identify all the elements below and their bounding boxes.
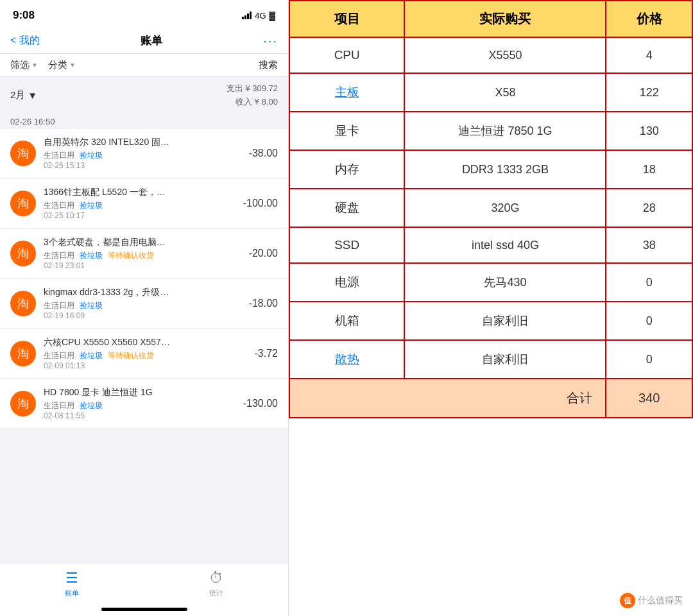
transactions-list: 02-26 16:50 淘 自用英特尔 320 INTEL320 固态硬盘...… [0, 114, 288, 563]
tx-description: kingmax ddr3-1333 2g，升级闲置，1条 [44, 287, 172, 298]
watermark-logo: 值 [620, 593, 635, 608]
tx-time: 02-25 10:17 [44, 211, 235, 220]
income-amount: 收入 ¥ 8.00 [227, 96, 278, 109]
tx-description: 六核CPU X5550 X5560 X5570 E5620... [44, 337, 172, 348]
price-gpu: 130 [606, 112, 692, 150]
tx-info: 六核CPU X5550 X5560 X5570 E5620... 生活日用 捡垃… [44, 337, 247, 370]
month-row: 2月 ▼ 支出 ¥ 309.72 收入 ¥ 8.00 [0, 77, 288, 114]
tx-meta: 生活日用 捡垃圾 [44, 400, 235, 411]
bill-icon: ☰ [65, 570, 78, 586]
category-arrow-icon: ▼ [69, 62, 76, 69]
list-item[interactable]: 淘 HD 7800 显卡 迪兰恒进 1G 生活日用 捡垃圾 02-08 11:5… [0, 379, 288, 429]
tx-info: kingmax ddr3-1333 2g，升级闲置，1条 生活日用 捡垃圾 02… [44, 287, 241, 320]
tx-category: 生活日用 [44, 150, 74, 161]
taobao-icon: 淘 [10, 291, 36, 316]
price-motherboard: 122 [606, 73, 692, 112]
month-stats: 支出 ¥ 309.72 收入 ¥ 8.00 [227, 82, 278, 109]
month-label: 2月 [10, 89, 25, 101]
tx-amount: -3.72 [255, 348, 278, 359]
taobao-icon: 淘 [10, 191, 36, 216]
tx-category: 生活日用 [44, 200, 74, 211]
table-row: 硬盘 320G 28 [289, 189, 692, 227]
item-ram: 内存 [289, 150, 404, 189]
list-item[interactable]: 淘 kingmax ddr3-1333 2g，升级闲置，1条 生活日用 捡垃圾 … [0, 279, 288, 329]
actual-cpu: X5550 [404, 37, 606, 73]
total-label: 合计 [289, 379, 606, 418]
list-item[interactable]: 淘 六核CPU X5550 X5560 X5570 E5620... 生活日用 … [0, 329, 288, 379]
tx-meta: 生活日用 捡垃圾 等待确认收货 [44, 350, 247, 361]
statistics-label: 统计 [209, 588, 223, 598]
tx-description: 自用英特尔 320 INTEL320 固态硬盘... [44, 137, 172, 148]
price-ssd: 38 [606, 227, 692, 263]
month-arrow-icon: ▼ [28, 90, 37, 101]
tx-status: 等待确认收货 [108, 350, 154, 361]
watermark: 值 什么值得买 [620, 593, 683, 608]
total-row: 合计 340 [289, 379, 692, 418]
item-case: 机箱 [289, 302, 404, 340]
more-button[interactable]: ··· [263, 33, 278, 48]
actual-ssd: intel ssd 40G [404, 227, 606, 263]
right-panel: 项目 实际购买 价格 CPU X5550 4 主板 X58 122 显卡 迪兰恒… [289, 0, 693, 616]
tx-description: HD 7800 显卡 迪兰恒进 1G [44, 387, 172, 398]
tx-amount: -130.00 [243, 398, 278, 409]
table-row: 主板 X58 122 [289, 73, 692, 112]
actual-hdd: 320G [404, 189, 606, 227]
price-ram: 18 [606, 150, 692, 189]
taobao-icon: 淘 [10, 341, 36, 366]
bill-label: 账单 [65, 588, 79, 598]
month-selector[interactable]: 2月 ▼ [10, 89, 37, 101]
tx-meta: 生活日用 捡垃圾 [44, 150, 241, 161]
tx-tag: 捡垃圾 [80, 200, 103, 211]
tx-info: HD 7800 显卡 迪兰恒进 1G 生活日用 捡垃圾 02-08 11:55 [44, 387, 235, 420]
list-item[interactable]: 淘 1366针主板配 L5520 一套，前兄弟... 生活日用 捡垃圾 02-2… [0, 179, 288, 228]
header-item: 项目 [289, 1, 404, 37]
table-row: 散热 自家利旧 0 [289, 340, 692, 379]
tx-info: 3个老式硬盘，都是自用电脑拆机而来， 生活日用 捡垃圾 等待确认收货 02-19… [44, 237, 241, 270]
header-price: 价格 [606, 1, 692, 37]
item-motherboard[interactable]: 主板 [289, 73, 404, 112]
home-indicator [101, 608, 187, 611]
actual-motherboard: X58 [404, 73, 606, 112]
filter-arrow-icon: ▼ [31, 62, 38, 69]
network-type: 4G [255, 11, 266, 21]
tx-meta: 生活日用 捡垃圾 [44, 200, 235, 211]
left-panel: 9:08 4G ▓ < 我的 账单 ··· 筛选 ▼ 分类 ▼ [0, 0, 289, 616]
actual-gpu: 迪兰恒进 7850 1G [404, 112, 606, 150]
tx-amount: -100.00 [243, 198, 278, 209]
item-cooler[interactable]: 散热 [289, 340, 404, 379]
battery-icon: ▓ [270, 11, 275, 21]
tx-tag: 捡垃圾 [80, 350, 103, 361]
price-case: 0 [606, 302, 692, 340]
tx-category: 生活日用 [44, 350, 74, 361]
search-button[interactable]: 搜索 [259, 59, 278, 71]
filter-button[interactable]: 筛选 ▼ [10, 59, 38, 71]
tx-time: 02-19 23:01 [44, 261, 241, 270]
tx-amount: -38.00 [249, 148, 278, 159]
tx-time: 02-26 15:13 [44, 161, 241, 170]
table-row: 显卡 迪兰恒进 7850 1G 130 [289, 112, 692, 150]
total-value: 340 [606, 379, 692, 418]
actual-case: 自家利旧 [404, 302, 606, 340]
price-psu: 0 [606, 263, 692, 302]
watermark-text: 什么值得买 [638, 595, 683, 606]
price-hdd: 28 [606, 189, 692, 227]
tx-description: 3个老式硬盘，都是自用电脑拆机而来， [44, 237, 172, 248]
table-row: SSD intel ssd 40G 38 [289, 227, 692, 263]
item-gpu: 显卡 [289, 112, 404, 150]
tx-info: 自用英特尔 320 INTEL320 固态硬盘... 生活日用 捡垃圾 02-2… [44, 137, 241, 170]
tab-statistics[interactable]: ⏱ 统计 [144, 570, 289, 598]
tx-category: 生活日用 [44, 300, 74, 311]
tab-bill[interactable]: ☰ 账单 [0, 570, 144, 598]
expense-amount: 支出 ¥ 309.72 [227, 82, 278, 96]
tx-category: 生活日用 [44, 400, 74, 411]
status-bar: 9:08 4G ▓ [0, 0, 288, 28]
item-ssd: SSD [289, 227, 404, 263]
taobao-icon: 淘 [10, 391, 36, 416]
back-button[interactable]: < 我的 [10, 34, 40, 47]
category-button[interactable]: 分类 ▼ [48, 59, 76, 71]
list-item[interactable]: 淘 自用英特尔 320 INTEL320 固态硬盘... 生活日用 捡垃圾 02… [0, 129, 288, 178]
tx-category: 生活日用 [44, 250, 74, 261]
list-item[interactable]: 淘 3个老式硬盘，都是自用电脑拆机而来， 生活日用 捡垃圾 等待确认收货 02-… [0, 229, 288, 278]
price-cpu: 4 [606, 37, 692, 73]
tx-tag: 捡垃圾 [80, 400, 103, 411]
